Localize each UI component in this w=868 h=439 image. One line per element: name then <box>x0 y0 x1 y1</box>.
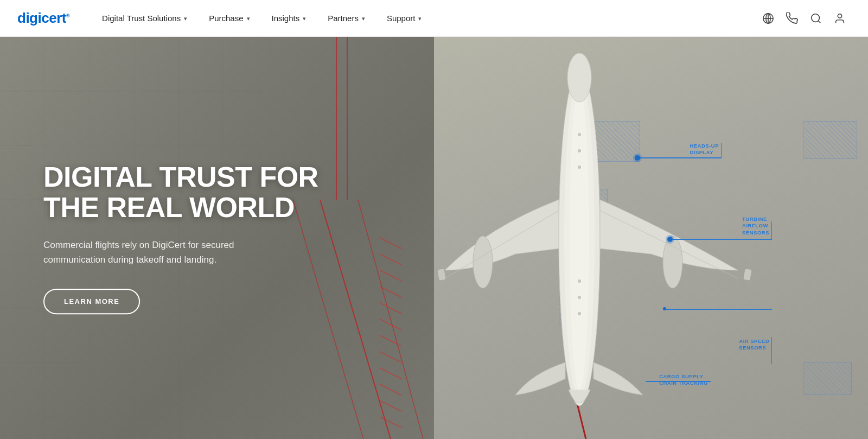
nav-item-digital-trust[interactable]: Digital Trust Solutions ▾ <box>91 0 198 37</box>
nav-item-support[interactable]: Support ▾ <box>376 0 433 37</box>
hero-title: DIGITAL TRUST FOR THE REAL WORLD <box>43 162 318 222</box>
connector-heads-up-v <box>721 143 722 158</box>
svg-point-6 <box>838 14 841 17</box>
search-icon <box>810 12 822 24</box>
tech-label-airspeed: AIR SPEEDSENSORS <box>739 338 769 352</box>
utility-icons <box>757 8 851 29</box>
nav-item-purchase[interactable]: Purchase ▾ <box>198 0 260 37</box>
svg-point-42 <box>663 236 682 288</box>
tech-label-heads-up: HEADS-UPDISPLAY <box>690 143 719 156</box>
connector-turbine-h <box>673 239 772 240</box>
svg-point-41 <box>473 236 493 288</box>
connector-turbine-v <box>771 221 773 239</box>
nav-label-insights: Insights <box>272 14 300 23</box>
svg-point-39 <box>570 86 589 390</box>
phone-icon <box>786 12 798 24</box>
logo-link[interactable]: digicert® <box>17 10 69 27</box>
globe-icon-button[interactable] <box>757 8 779 29</box>
connector-heads-up-h <box>640 157 722 158</box>
svg-point-47 <box>578 166 581 169</box>
nav-label-digital-trust: Digital Trust Solutions <box>102 14 181 23</box>
svg-point-46 <box>578 149 581 152</box>
globe-icon <box>762 12 774 24</box>
navbar: digicert® Digital Trust Solutions ▾ Purc… <box>0 0 868 37</box>
svg-rect-44 <box>743 269 751 281</box>
phone-icon-button[interactable] <box>781 8 803 29</box>
hero-cta-button[interactable]: LEARN MORE <box>43 289 140 314</box>
heads-up-dot <box>635 155 640 161</box>
svg-point-48 <box>578 279 581 283</box>
nav-label-support: Support <box>387 14 416 23</box>
tech-label-turbine: TURBINEAIRFLOWSENSORS <box>742 216 769 236</box>
nav-item-insights[interactable]: Insights ▾ <box>261 0 317 37</box>
hero-title-line1: DIGITAL TRUST FOR <box>43 161 318 193</box>
hero-subtitle: Commercial flights rely on DigiCert for … <box>43 238 271 267</box>
hero-section: HEADS-UPDISPLAY TURBINEAIRFLOWSENSORS AI… <box>0 37 868 439</box>
svg-point-40 <box>567 53 591 102</box>
svg-point-50 <box>578 312 581 315</box>
hero-content: DIGITAL TRUST FOR THE REAL WORLD Commerc… <box>43 162 318 315</box>
connector-airspeed-v <box>771 337 773 364</box>
airspeed-dot <box>663 307 666 310</box>
main-nav: Digital Trust Solutions ▾ Purchase ▾ Ins… <box>91 0 757 37</box>
chevron-down-icon: ▾ <box>418 15 422 22</box>
svg-point-4 <box>812 14 820 22</box>
tech-label-cargo: CARGO SUPPLYCHAIN TRACKING <box>659 373 708 387</box>
hero-title-line2: THE REAL WORLD <box>43 192 295 223</box>
user-icon <box>834 12 846 24</box>
nav-label-partners: Partners <box>328 14 359 23</box>
svg-line-5 <box>818 21 820 23</box>
svg-point-45 <box>578 133 581 136</box>
chevron-down-icon: ▾ <box>184 15 187 22</box>
nav-label-purchase: Purchase <box>209 14 243 23</box>
nav-item-partners[interactable]: Partners ▾ <box>317 0 376 37</box>
search-icon-button[interactable] <box>805 8 827 29</box>
logo-text: digicert® <box>17 10 69 27</box>
connector-airspeed-h <box>666 309 772 310</box>
svg-point-49 <box>578 296 581 299</box>
user-icon-button[interactable] <box>829 8 851 29</box>
chevron-down-icon: ▾ <box>303 15 306 22</box>
turbine-dot <box>667 237 673 242</box>
chevron-down-icon: ▾ <box>362 15 365 22</box>
chevron-down-icon: ▾ <box>247 15 250 22</box>
